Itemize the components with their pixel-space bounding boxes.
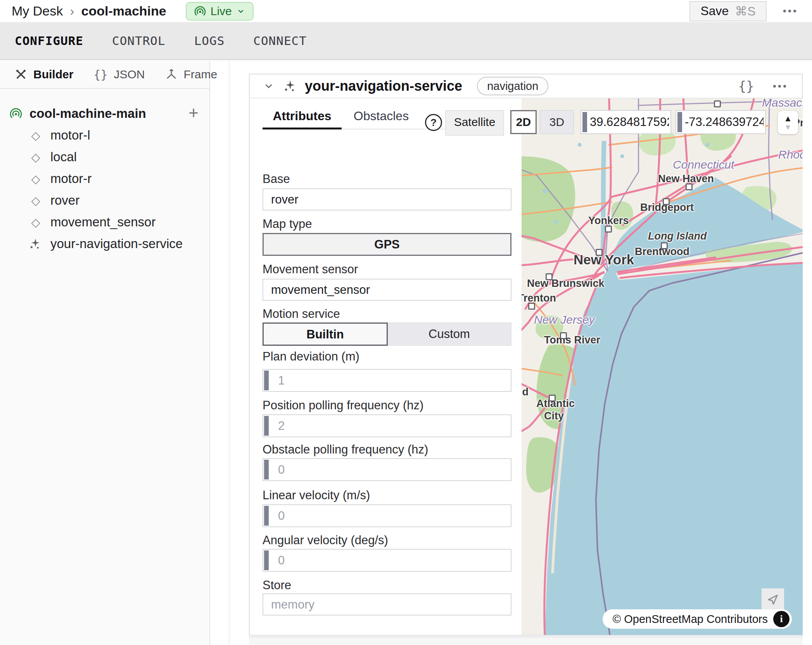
map-label: City xyxy=(544,410,564,422)
add-component-icon[interactable]: + xyxy=(188,104,199,121)
map-city-marker xyxy=(528,303,535,310)
breadcrumb-parent[interactable]: My Desk xyxy=(12,3,63,19)
save-shortcut: ⌘S xyxy=(735,4,755,19)
field-linear-velocity-input xyxy=(263,504,511,527)
tab-connect[interactable]: CONNECT xyxy=(253,34,307,48)
component-diamond-icon: ◇ xyxy=(29,172,43,186)
satellite-toggle-button[interactable]: Satellite xyxy=(445,110,504,136)
tree-item-label: motor-r xyxy=(50,171,92,186)
number-drag-handle[interactable] xyxy=(264,460,269,479)
sidebar-resize-gutter[interactable] xyxy=(229,61,230,645)
save-button[interactable]: Save ⌘S xyxy=(689,1,766,21)
field-label: Movement sensor xyxy=(263,262,511,276)
angular-velocity-input[interactable] xyxy=(263,549,511,572)
breadcrumb-current: cool-machine xyxy=(81,3,166,19)
tree-item-motor-r[interactable]: ◇ motor-r xyxy=(0,168,209,190)
view-builder[interactable]: Builder xyxy=(15,68,73,81)
tab-configure[interactable]: CONFIGURE xyxy=(15,34,83,48)
tree-root-cool-machine-main[interactable]: cool-machine-main + xyxy=(0,103,209,124)
linear-velocity-input[interactable] xyxy=(263,504,511,527)
card-more-menu-icon[interactable]: ••• xyxy=(773,80,788,92)
base-input[interactable] xyxy=(263,188,511,210)
map-3d-button[interactable]: 3D xyxy=(540,110,574,134)
number-drag-handle[interactable] xyxy=(264,416,269,436)
next-card-strip xyxy=(249,636,803,645)
map-city-marker xyxy=(661,242,668,249)
map-city-marker xyxy=(605,226,612,233)
store-input[interactable] xyxy=(263,593,511,616)
obstacle-polling-input[interactable] xyxy=(263,458,511,481)
service-sparkle-icon xyxy=(29,238,43,250)
tree-item-your-navigation-service[interactable]: your-navigation-service xyxy=(0,233,209,255)
map-city-marker xyxy=(714,100,721,107)
live-label: Live xyxy=(211,5,232,18)
tree-item-movement-sensor[interactable]: ◇ movement_sensor xyxy=(0,211,209,233)
view-frame-label: Frame xyxy=(184,68,218,81)
number-drag-handle[interactable] xyxy=(264,506,269,526)
latitude-input[interactable] xyxy=(588,115,670,129)
map-city-marker xyxy=(596,249,603,256)
tab-control[interactable]: CONTROL xyxy=(112,34,166,48)
machine-part-tree: cool-machine-main + ◇ motor-l ◇ local ◇ … xyxy=(0,89,209,255)
longitude-input[interactable] xyxy=(683,115,765,129)
tab-logs[interactable]: LOGS xyxy=(194,34,225,48)
tree-item-label: movement_sensor xyxy=(50,215,155,229)
latitude-drag-handle[interactable] xyxy=(582,112,587,132)
chevron-down-icon xyxy=(237,7,245,16)
main-nav-tabs: CONFIGURE CONTROL LOGS CONNECT xyxy=(0,22,812,60)
field-label: Map type xyxy=(263,217,511,231)
tree-item-rover[interactable]: ◇ rover xyxy=(0,190,209,211)
position-polling-input[interactable] xyxy=(263,414,511,437)
map-label: Long Island xyxy=(648,230,707,242)
latitude-field xyxy=(580,110,671,134)
compass-reset-button[interactable]: ▲ ▼ xyxy=(778,111,798,134)
tree-item-local[interactable]: ◇ local xyxy=(0,146,209,168)
breadcrumb: My Desk › cool-machine xyxy=(12,3,166,19)
field-obstacle-polling-input xyxy=(263,458,511,481)
number-drag-handle[interactable] xyxy=(264,371,269,390)
map-type-gps-button[interactable]: GPS xyxy=(263,233,511,256)
tree-item-motor-l[interactable]: ◇ motor-l xyxy=(0,124,209,146)
map-canvas[interactable]: MassachusettsProvidenceRhode IslandConne… xyxy=(522,98,803,635)
view-builder-label: Builder xyxy=(33,68,73,81)
locate-button[interactable] xyxy=(762,588,784,611)
more-menu-icon[interactable]: ••• xyxy=(783,5,798,17)
attributes-form: Base Map type GPS Movement sensor Motion… xyxy=(250,98,522,635)
field-linear-velocity: Linear velocity (m/s) xyxy=(263,488,511,502)
field-label: Base xyxy=(263,172,511,186)
config-sidebar: Builder {} JSON Frame xyxy=(0,61,210,645)
navigate-arrow-icon xyxy=(766,593,779,606)
field-position-polling: Position polling frequency (hz) xyxy=(263,398,511,412)
collapse-chevron-icon[interactable] xyxy=(263,80,275,92)
map-city-marker xyxy=(686,183,693,190)
tree-item-label: your-navigation-service xyxy=(50,236,183,251)
app-window: My Desk › cool-machine Live Save ⌘S •• xyxy=(0,0,812,645)
view-frame[interactable]: Frame xyxy=(165,68,218,81)
field-movement-sensor-input xyxy=(263,279,511,301)
live-status-dropdown[interactable]: Live xyxy=(186,2,254,21)
info-icon[interactable]: i xyxy=(773,611,790,627)
map-2d-button[interactable]: 2D xyxy=(510,110,537,134)
tree-item-label: motor-l xyxy=(50,128,90,143)
plan-deviation-input[interactable] xyxy=(263,369,511,392)
help-icon[interactable]: ? xyxy=(425,114,442,131)
component-diamond-icon: ◇ xyxy=(29,216,43,229)
longitude-drag-handle[interactable] xyxy=(677,112,682,132)
motion-service-builtin-option[interactable]: Builtin xyxy=(263,322,388,346)
json-braces-icon[interactable]: {} xyxy=(738,78,754,94)
view-json[interactable]: {} JSON xyxy=(93,68,145,81)
triangle-down-icon: ▼ xyxy=(784,123,792,131)
map-label: Yonkers xyxy=(588,215,629,227)
map-attribution: © OpenStreetMap Contributors i xyxy=(603,609,792,629)
view-json-label: JSON xyxy=(114,68,145,81)
map-city-marker xyxy=(663,198,670,205)
motion-service-custom-option[interactable]: Custom xyxy=(388,322,511,346)
card-header: your-navigation-service navigation {} ••… xyxy=(250,74,802,98)
movement-sensor-input[interactable] xyxy=(263,279,511,301)
navigation-service-card: your-navigation-service navigation {} ••… xyxy=(249,74,803,636)
service-type-badge: navigation xyxy=(477,77,548,95)
map-label: Trenton xyxy=(522,292,556,304)
field-store-input xyxy=(263,593,511,616)
field-motion-service: Motion service xyxy=(263,307,511,321)
number-drag-handle[interactable] xyxy=(264,550,269,570)
